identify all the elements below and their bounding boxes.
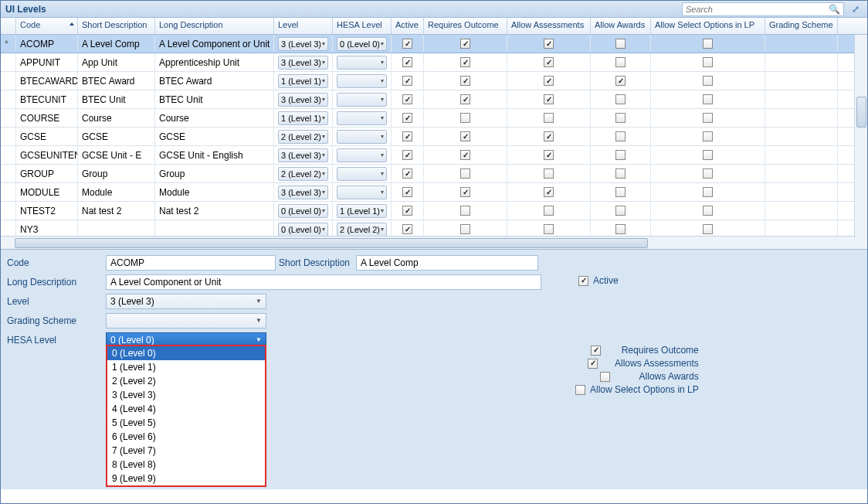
cell-checkbox[interactable]: [544, 206, 554, 216]
cell-checkbox[interactable]: [703, 206, 713, 216]
cell-dropdown[interactable]: 2 (Level 2)▾: [278, 130, 328, 144]
cell-short[interactable]: Course: [78, 109, 155, 127]
column-header-level[interactable]: Level: [274, 18, 333, 34]
cell-code[interactable]: COURSE: [16, 109, 78, 127]
cell-short[interactable]: BTEC Unit: [78, 90, 155, 108]
cell-checkbox[interactable]: [544, 76, 554, 86]
cell-short[interactable]: GCSE Unit - E: [78, 146, 155, 164]
table-row[interactable]: NY30 (Level 0)▾2 (Level 2)▾: [1, 220, 867, 236]
cell-checkbox[interactable]: [615, 224, 626, 234]
cell-checkbox[interactable]: [703, 187, 713, 197]
cell-code[interactable]: GCSEUNITEN: [16, 146, 78, 164]
cell-lp[interactable]: [651, 72, 765, 90]
cell-checkbox[interactable]: [402, 39, 412, 49]
cell-checkbox[interactable]: [544, 187, 554, 197]
cell-long[interactable]: Course: [155, 109, 274, 127]
cell-hesa[interactable]: ▾: [333, 90, 392, 108]
table-row[interactable]: APPUNITApp UnitApprenticeship Unit3 (Lev…: [1, 53, 867, 72]
cell-checkbox[interactable]: [402, 76, 412, 86]
hesa-option[interactable]: 0 (Level 0): [107, 346, 265, 360]
cell-short[interactable]: GCSE: [78, 128, 155, 145]
cell-long[interactable]: BTEC Award: [155, 72, 274, 90]
cell-assess[interactable]: [507, 165, 591, 182]
cell-level[interactable]: 2 (Level 2)▾: [274, 165, 333, 182]
cell-level[interactable]: 0 (Level 0)▾: [274, 202, 333, 220]
cell-grading[interactable]: [765, 109, 838, 127]
cell-level[interactable]: 1 (Level 1)▾: [274, 109, 333, 127]
cell-dropdown[interactable]: ▾: [337, 111, 387, 125]
cell-assess[interactable]: [507, 128, 591, 145]
cell-assess[interactable]: [507, 35, 591, 53]
cell-dropdown[interactable]: ▾: [337, 74, 387, 88]
column-header-req[interactable]: Requires Outcome: [424, 18, 507, 34]
cell-checkbox[interactable]: [703, 94, 713, 104]
cell-grading[interactable]: [765, 35, 838, 53]
column-header-awards[interactable]: Allow Awards: [591, 18, 651, 34]
cell-checkbox[interactable]: [615, 76, 626, 86]
cell-code[interactable]: GCSE: [16, 128, 78, 145]
cell-assess[interactable]: [507, 90, 591, 108]
cell-active[interactable]: [392, 146, 424, 164]
cell-checkbox[interactable]: [544, 131, 554, 141]
cell-req[interactable]: [424, 146, 507, 164]
cell-checkbox[interactable]: [544, 94, 554, 104]
cell-active[interactable]: [392, 109, 424, 127]
cell-checkbox[interactable]: [402, 57, 412, 67]
cell-long[interactable]: Apprenticeship Unit: [155, 53, 274, 71]
cell-checkbox[interactable]: [460, 57, 470, 67]
cell-level[interactable]: 3 (Level 3)▾: [274, 53, 333, 71]
hesa-option[interactable]: 6 (Level 6): [107, 430, 265, 444]
grading-dropdown[interactable]: ▼: [106, 313, 266, 329]
hesa-option[interactable]: 4 (Level 4): [107, 402, 265, 416]
cell-dropdown[interactable]: 1 (Level 1)▾: [337, 204, 387, 218]
cell-grading[interactable]: [765, 146, 838, 164]
cell-checkbox[interactable]: [703, 39, 713, 49]
cell-level[interactable]: 3 (Level 3)▾: [274, 90, 333, 108]
cell-req[interactable]: [424, 165, 507, 182]
cell-checkbox[interactable]: [460, 113, 470, 123]
cell-code[interactable]: GROUP: [16, 165, 78, 182]
hesa-option[interactable]: 8 (Level 8): [107, 458, 265, 472]
table-row[interactable]: MODULEModuleModule3 (Level 3)▾▾: [1, 183, 867, 202]
cell-level[interactable]: 3 (Level 3)▾: [274, 183, 333, 201]
cell-level[interactable]: 3 (Level 3)▾: [274, 35, 333, 53]
cell-checkbox[interactable]: [460, 206, 470, 216]
cell-checkbox[interactable]: [703, 131, 713, 141]
cell-assess[interactable]: [507, 53, 591, 71]
cell-code[interactable]: NY3: [16, 220, 78, 236]
cell-dropdown[interactable]: ▾: [337, 93, 387, 107]
cell-code[interactable]: NTEST2: [16, 202, 78, 220]
cell-lp[interactable]: [651, 109, 765, 127]
cell-short[interactable]: Nat test 2: [78, 202, 155, 220]
cell-checkbox[interactable]: [703, 57, 713, 67]
cell-level[interactable]: 0 (Level 0)▾: [274, 220, 333, 236]
cell-checkbox[interactable]: [703, 150, 713, 160]
column-header-grading[interactable]: Grading Scheme: [765, 18, 838, 34]
cell-awards[interactable]: [591, 202, 651, 220]
cell-code[interactable]: BTECAWARD: [16, 72, 78, 90]
cell-checkbox[interactable]: [703, 224, 713, 234]
scrollbar-thumb[interactable]: [856, 97, 866, 128]
assess-checkbox-row[interactable]: Allows Assessments: [575, 358, 699, 369]
cell-checkbox[interactable]: [544, 224, 554, 234]
cell-lp[interactable]: [651, 220, 765, 236]
cell-lp[interactable]: [651, 183, 765, 201]
column-header-hesa[interactable]: HESA Level: [333, 18, 392, 34]
table-row[interactable]: BTECAWARDBTEC AwardBTEC Award1 (Level 1)…: [1, 72, 867, 90]
cell-level[interactable]: 2 (Level 2)▾: [274, 128, 333, 145]
cell-checkbox[interactable]: [615, 206, 626, 216]
cell-dropdown[interactable]: 0 (Level 0)▾: [278, 204, 328, 218]
cell-req[interactable]: [424, 109, 507, 127]
cell-assess[interactable]: [507, 183, 591, 201]
cell-dropdown[interactable]: 3 (Level 3)▾: [278, 148, 328, 162]
cell-lp[interactable]: [651, 165, 765, 182]
cell-checkbox[interactable]: [703, 76, 713, 86]
cell-awards[interactable]: [591, 183, 651, 201]
cell-awards[interactable]: [591, 109, 651, 127]
cell-short[interactable]: A Level Comp: [78, 35, 155, 53]
cell-checkbox[interactable]: [460, 187, 470, 197]
awards-checkbox-row[interactable]: Allows Awards: [575, 371, 699, 382]
cell-checkbox[interactable]: [703, 169, 713, 179]
cell-long[interactable]: [155, 220, 274, 236]
table-row[interactable]: NTEST2Nat test 2Nat test 20 (Level 0)▾1 …: [1, 202, 867, 220]
